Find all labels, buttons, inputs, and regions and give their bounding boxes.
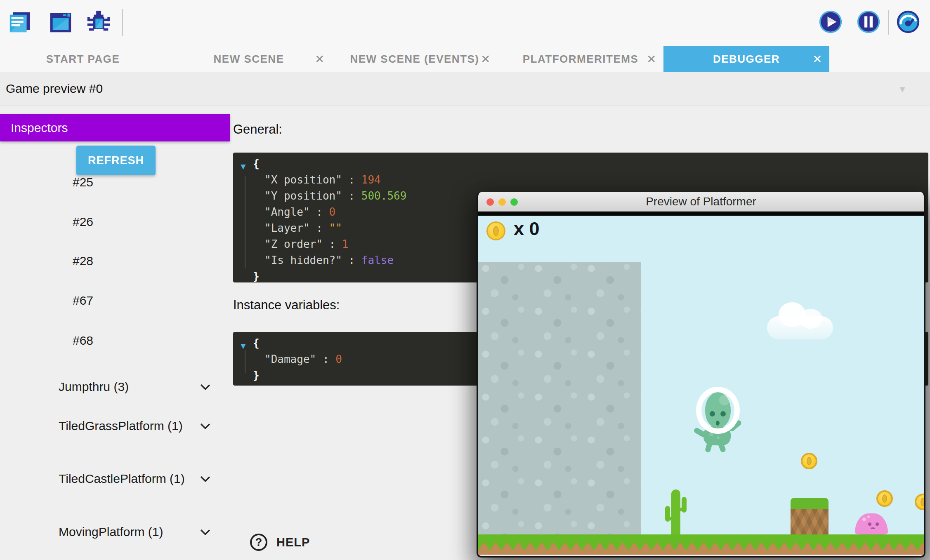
- json-key: "Layer": [264, 222, 310, 234]
- tab-bar: START PAGENEW SCENE✕NEW SCENE (EVENTS)✕P…: [0, 46, 930, 72]
- sidebar-item--68[interactable]: #68: [73, 334, 93, 348]
- preview-window-title: Preview of Platformer: [646, 195, 756, 208]
- debug-bug-icon[interactable]: [86, 10, 111, 35]
- toolbar-divider: [122, 9, 123, 36]
- sidebar-item-tiledgrassplatform-1-[interactable]: TiledGrassPlatform (1): [59, 419, 191, 433]
- pink-slime-enemy: [855, 513, 888, 534]
- collapse-triangle-icon[interactable]: ▼: [239, 338, 248, 354]
- tab-label: START PAGE: [46, 53, 120, 66]
- json-value: "": [329, 222, 342, 234]
- play-icon[interactable]: [819, 10, 843, 34]
- json-key: "Z order": [264, 238, 323, 250]
- stone-wall: [478, 262, 641, 534]
- json-separator: :: [323, 238, 342, 250]
- cloud: [767, 316, 833, 339]
- json-separator: :: [342, 174, 361, 186]
- sidebar-item--25[interactable]: #25: [73, 175, 93, 189]
- sidebar-item-tiledcastleplatform-1-[interactable]: TiledCastlePlatform (1): [59, 472, 191, 486]
- sidebar-item-jumpthru-3-[interactable]: Jumpthru (3): [59, 380, 191, 394]
- pause-icon[interactable]: [857, 10, 880, 34]
- json-key: "Angle": [264, 206, 310, 218]
- close-tab-icon[interactable]: ✕: [481, 52, 491, 66]
- coin: [801, 453, 817, 469]
- inspectors-header: Inspectors: [0, 114, 230, 141]
- game-canvas: x 0: [478, 216, 924, 555]
- instance-variables-heading: Instance variables:: [233, 298, 340, 313]
- ground-zigzag: [478, 541, 924, 551]
- coin-hud-icon: [486, 221, 505, 240]
- game-preview-selector-label: Game preview #0: [6, 82, 103, 96]
- json-value: 0: [329, 206, 336, 218]
- zoom-window-icon[interactable]: [510, 198, 518, 206]
- tab-label: DEBUGGER: [713, 53, 780, 66]
- traffic-lights: [486, 198, 518, 206]
- bubble-helmet: [696, 387, 740, 434]
- inspectors-header-label: Inspectors: [11, 121, 68, 135]
- coin: [876, 490, 893, 507]
- tab-label: NEW SCENE (EVENTS): [350, 53, 479, 66]
- tabs-container: START PAGENEW SCENE✕NEW SCENE (EVENTS)✕P…: [0, 46, 829, 72]
- json-separator: :: [310, 222, 329, 234]
- close-tab-icon[interactable]: ✕: [647, 52, 657, 66]
- letterbox-strip: [478, 212, 924, 216]
- json-value: false: [361, 254, 394, 266]
- json-key: "Y position": [264, 190, 342, 202]
- grass-platform-block: [791, 498, 829, 534]
- gdevelop-app: START PAGENEW SCENE✕NEW SCENE (EVENTS)✕P…: [0, 0, 930, 560]
- grass-ground: [478, 534, 924, 555]
- refresh-button[interactable]: REFRESH: [76, 146, 156, 175]
- tab-debugger[interactable]: DEBUGGER✕: [663, 46, 829, 72]
- json-brace: {: [233, 156, 928, 172]
- help-button-label: HELP: [276, 536, 310, 549]
- help-question-icon: ?: [250, 534, 267, 551]
- tab-label: PLATFORMERITEMS: [523, 53, 639, 66]
- tab-start-page[interactable]: START PAGE: [0, 46, 166, 72]
- json-separator: :: [342, 190, 361, 202]
- json-separator: :: [310, 206, 329, 218]
- tab-platformeritems[interactable]: PLATFORMERITEMS✕: [498, 46, 663, 72]
- sidebar-item-movingplatform-1-[interactable]: MovingPlatform (1): [59, 525, 191, 539]
- chevron-down-icon[interactable]: [200, 472, 210, 482]
- tab-new-scene-events-[interactable]: NEW SCENE (EVENTS)✕: [332, 46, 498, 72]
- close-window-icon[interactable]: [486, 198, 494, 206]
- dropdown-arrow-icon[interactable]: ▼: [898, 84, 907, 95]
- help-button[interactable]: ? HELP: [250, 534, 310, 551]
- chevron-down-icon[interactable]: [200, 380, 210, 390]
- window-icon[interactable]: [48, 10, 73, 35]
- main-toolbar: [0, 0, 930, 46]
- preview-window: Preview of Platformer x 0: [477, 192, 925, 558]
- chevron-down-icon[interactable]: [200, 419, 210, 429]
- json-key: "Is hidden?": [264, 254, 342, 266]
- close-tab-icon[interactable]: ✕: [315, 52, 325, 66]
- preview-window-titlebar[interactable]: Preview of Platformer: [478, 192, 924, 212]
- indent-guide: [245, 350, 245, 373]
- json-key: "Damage": [264, 353, 316, 365]
- tab-label: NEW SCENE: [214, 53, 284, 66]
- coin: [915, 494, 924, 510]
- close-tab-icon[interactable]: ✕: [812, 52, 823, 66]
- json-key: "X position": [264, 174, 342, 186]
- coin-hud-count: x 0: [514, 218, 540, 240]
- sidebar-item--26[interactable]: #26: [73, 215, 93, 229]
- project-pages-icon[interactable]: [7, 10, 33, 35]
- json-value: 500.569: [361, 190, 407, 202]
- chevron-down-icon[interactable]: [200, 525, 210, 535]
- minimize-window-icon[interactable]: [498, 198, 506, 206]
- toolbar-divider: [888, 10, 889, 35]
- json-separator: :: [342, 254, 361, 266]
- alien-player: [694, 387, 745, 449]
- general-heading: General:: [233, 122, 282, 137]
- sidebar-item--28[interactable]: #28: [73, 254, 93, 268]
- json-value: 0: [335, 353, 342, 365]
- collapse-triangle-icon[interactable]: ▼: [239, 158, 248, 174]
- json-value: 194: [361, 174, 381, 186]
- cactus: [665, 489, 687, 534]
- json-line: "X position" : 194: [233, 172, 928, 188]
- indent-guide: [245, 176, 245, 268]
- tab-new-scene[interactable]: NEW SCENE✕: [166, 46, 332, 72]
- json-value: 1: [342, 238, 349, 250]
- game-preview-selector[interactable]: Game preview #0 ▼: [0, 72, 930, 106]
- json-separator: :: [316, 353, 335, 365]
- sidebar-item--67[interactable]: #67: [73, 294, 93, 308]
- profiler-gauge-icon[interactable]: [896, 10, 920, 34]
